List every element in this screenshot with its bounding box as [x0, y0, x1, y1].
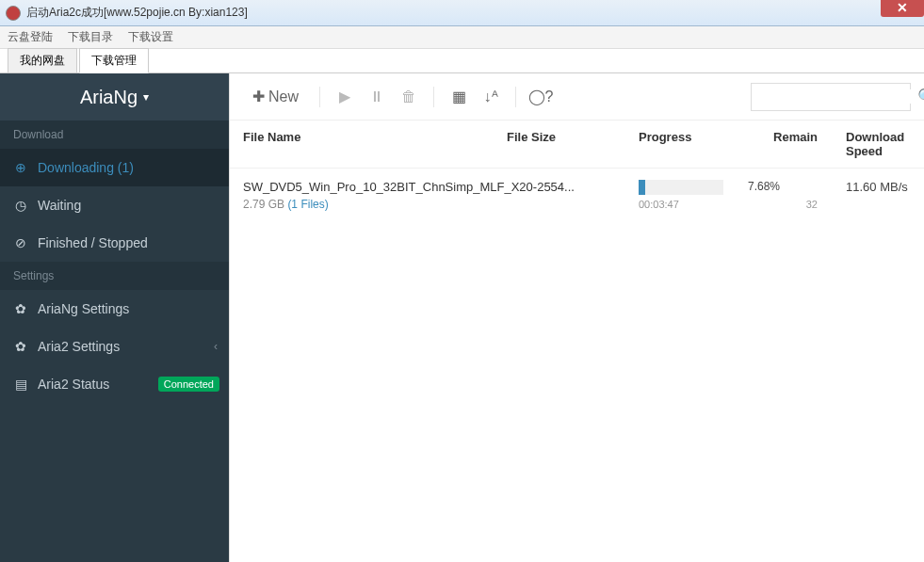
new-task-button[interactable]: ✚ New — [243, 82, 308, 111]
sidebar: AriaNg ▾ Download ⊕ Downloading (1) ◷ Wa… — [0, 73, 229, 562]
brand-logo[interactable]: AriaNg ▾ — [0, 73, 229, 120]
app-menubar: 云盘登陆 下载目录 下载设置 — [0, 26, 924, 49]
app-icon — [6, 6, 21, 21]
sidebar-item-finished[interactable]: ⊘ Finished / Stopped — [0, 224, 229, 262]
col-header-filename[interactable]: File Name — [243, 130, 507, 158]
app-tabbar: 我的网盘 下载管理 — [0, 49, 924, 73]
window-title: 启动Aria2c成功[www.52pojie.cn By:xian123] — [26, 5, 248, 21]
sidebar-section-settings: Settings — [0, 262, 229, 290]
check-icon: ⊘ — [13, 235, 28, 250]
view-grid-button[interactable]: ▦ — [446, 84, 472, 110]
status-badge-connected: Connected — [158, 377, 219, 392]
file-name: SW_DVD5_Win_Pro_10_32BIT_ChnSimp_MLF_X20… — [243, 180, 582, 194]
col-header-speed[interactable]: Download Speed — [818, 130, 911, 158]
delete-button[interactable]: 🗑 — [396, 84, 422, 110]
remain-value: 32 — [733, 199, 818, 210]
sidebar-item-downloading[interactable]: ⊕ Downloading (1) — [0, 149, 229, 186]
search-box[interactable]: 🔍 — [751, 83, 911, 111]
server-icon: ▤ — [13, 377, 28, 392]
chevron-down-icon: ▾ — [143, 90, 149, 104]
file-size: 2.79 GB — [243, 198, 284, 211]
search-icon: 🔍 — [917, 88, 924, 105]
new-label: New — [268, 88, 299, 105]
window-titlebar: 启动Aria2c成功[www.52pojie.cn By:xian123] ✕ — [0, 0, 924, 26]
col-header-filesize[interactable]: File Size — [507, 130, 639, 158]
sidebar-item-label: Waiting — [38, 198, 81, 213]
sidebar-item-label: Finished / Stopped — [38, 235, 148, 250]
sidebar-item-label: Aria2 Settings — [38, 339, 120, 354]
sidebar-item-ariang-settings[interactable]: ✿ AriaNg Settings — [0, 290, 229, 328]
chevron-left-icon: ‹ — [214, 340, 218, 353]
menu-download-dir[interactable]: 下载目录 — [68, 29, 113, 45]
play-button[interactable]: ▶ — [332, 84, 358, 110]
help-button[interactable]: ◯? — [527, 84, 554, 110]
menu-cloud-login[interactable]: 云盘登陆 — [8, 29, 53, 45]
search-input[interactable] — [759, 89, 917, 104]
brand-text: AriaNg — [80, 87, 138, 108]
sidebar-item-aria2-status[interactable]: ▤ Aria2 Status Connected — [0, 365, 229, 403]
col-header-remain[interactable]: Remain — [733, 130, 818, 158]
separator — [433, 87, 434, 107]
menu-download-settings[interactable]: 下载设置 — [128, 29, 173, 45]
sidebar-item-label: Aria2 Status — [38, 377, 109, 392]
tab-download-manage[interactable]: 下载管理 — [79, 48, 149, 73]
files-count-link[interactable]: (1 Files) — [287, 198, 328, 211]
progress-percent: 7.68% — [748, 180, 780, 193]
table-header: File Name File Size Progress Remain Down… — [230, 120, 924, 169]
progress-fill — [639, 180, 645, 195]
clock-icon: ◷ — [13, 198, 28, 213]
table-row[interactable]: SW_DVD5_Win_Pro_10_32BIT_ChnSimp_MLF_X20… — [230, 169, 924, 222]
elapsed-time: 00:03:47 — [639, 199, 733, 210]
file-meta: 2.79 GB (1 Files) — [243, 198, 639, 211]
sidebar-item-label: AriaNg Settings — [38, 301, 129, 316]
sidebar-item-waiting[interactable]: ◷ Waiting — [0, 186, 229, 224]
plus-icon: ✚ — [252, 88, 265, 105]
pause-button[interactable]: ⏸ — [364, 84, 390, 110]
sort-button[interactable]: ↓ᴬ — [478, 84, 504, 110]
sidebar-item-aria2-settings[interactable]: ✿ Aria2 Settings ‹ — [0, 328, 229, 365]
progress-bar — [639, 180, 723, 195]
main-content: ✚ New ▶ ⏸ 🗑 ▦ ↓ᴬ ◯? 🔍 File Name File Siz… — [229, 73, 924, 562]
tab-my-netdisk[interactable]: 我的网盘 — [8, 48, 77, 72]
sidebar-item-label: Downloading (1) — [38, 160, 134, 175]
separator — [515, 87, 516, 107]
window-close-button[interactable]: ✕ — [881, 0, 924, 17]
toolbar: ✚ New ▶ ⏸ 🗑 ▦ ↓ᴬ ◯? 🔍 — [230, 73, 924, 120]
col-header-progress[interactable]: Progress — [639, 130, 733, 158]
gear-icon: ✿ — [13, 301, 28, 316]
sidebar-section-download: Download — [0, 120, 229, 149]
download-speed: 11.60 MB/s — [818, 180, 911, 194]
download-icon: ⊕ — [13, 160, 28, 175]
gear-icon: ✿ — [13, 339, 28, 354]
separator — [319, 87, 320, 107]
